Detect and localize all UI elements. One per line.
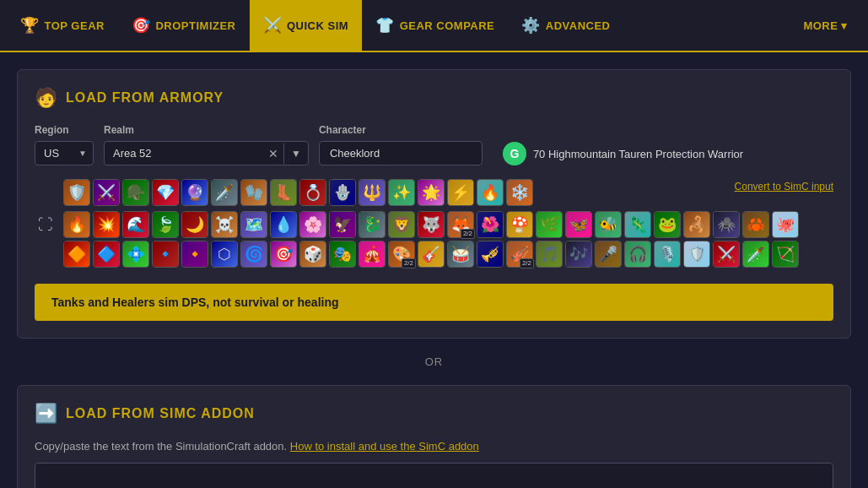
gear-item-63[interactable]: 🛡️ (683, 241, 710, 268)
armory-header: 🧑 LOAD FROM ARMORY (35, 87, 833, 109)
advanced-icon: ⚙️ (521, 16, 541, 35)
nav-top-gear[interactable]: 🏆 TOP GEAR (7, 0, 118, 51)
gear-item-55[interactable]: 🥁 (447, 241, 474, 268)
simc-title: LOAD FROM SIMC ADDON (66, 406, 255, 421)
gear-item-53[interactable]: 🎨2/2 (388, 241, 415, 268)
gear-item-13[interactable]: 🌟 (418, 179, 445, 206)
gear-item-52[interactable]: 🎪 (359, 241, 385, 268)
gear-item-60[interactable]: 🎤 (595, 241, 622, 268)
gear-expand-button[interactable]: ⛶ (35, 213, 57, 237)
gear-item-10[interactable]: 🪬 (329, 179, 356, 206)
realm-input[interactable] (105, 142, 263, 165)
gear-item-16[interactable]: ❄️ (506, 179, 533, 206)
gear-item-26[interactable]: 🦅 (329, 211, 356, 238)
gear-item-24[interactable]: 💧 (270, 211, 297, 238)
gear-item-47[interactable]: ⬡ (211, 241, 238, 268)
region-select[interactable]: US EU KR TW (35, 141, 94, 165)
gear-row-3: 🔶 🔷 💠 🔹 🔸 ⬡ 🌀 🎯 🎲 🎭 🎪 🎨2/2 🎸 🥁 🎺 🎻2 (63, 241, 833, 268)
region-label: Region (35, 124, 94, 136)
gear-row-1: 🛡️ ⚔️ 🪖 💎 🔮 🗡️ 🧤 👢 💍 🪬 🔱 ✨ 🌟 ⚡ (63, 179, 533, 206)
region-group: Region US EU KR TW ▼ (35, 124, 94, 165)
gear-item-46[interactable]: 🔸 (181, 241, 208, 268)
gear-item-59[interactable]: 🎶 (565, 241, 592, 268)
gear-item-7[interactable]: 🧤 (240, 179, 267, 206)
gear-item-61[interactable]: 🎧 (624, 241, 651, 268)
region-select-wrapper: US EU KR TW ▼ (35, 141, 94, 165)
character-info: G 70 Highmountain Tauren Protection Warr… (503, 142, 743, 165)
armory-title: LOAD FROM ARMORY (66, 90, 224, 106)
simc-install-link[interactable]: How to install and use the SimC addon (290, 440, 479, 453)
gear-item-25[interactable]: 🌸 (299, 211, 326, 238)
gear-item-2[interactable]: ⚔️ (93, 179, 120, 206)
gear-item-19[interactable]: 🌊 (122, 211, 149, 238)
gear-item-32[interactable]: 🍄 (506, 211, 533, 238)
nav-advanced[interactable]: ⚙️ ADVANCED (508, 0, 623, 51)
gear-item-5[interactable]: 🔮 (181, 179, 208, 206)
gear-item-15[interactable]: 🔥 (477, 179, 504, 206)
gear-item-38[interactable]: 🦂 (683, 211, 710, 238)
character-avatar: G (503, 142, 526, 165)
gear-item-4[interactable]: 💎 (152, 179, 179, 206)
gear-item-49[interactable]: 🎯 (270, 241, 297, 268)
gear-item-37[interactable]: 🐸 (654, 211, 681, 238)
gear-item-22[interactable]: ☠️ (211, 211, 238, 238)
or-label: OR (425, 355, 444, 368)
gear-item-43[interactable]: 🔷 (93, 241, 120, 268)
gear-item-27[interactable]: 🐉 (359, 211, 385, 238)
gear-item-6[interactable]: 🗡️ (211, 179, 238, 206)
gear-item-50[interactable]: 🎲 (299, 241, 326, 268)
gear-item-18[interactable]: 💥 (93, 211, 120, 238)
gear-item-48[interactable]: 🌀 (240, 241, 267, 268)
gear-item-28[interactable]: 🦁 (388, 211, 415, 238)
gear-item-40[interactable]: 🦀 (742, 211, 769, 238)
gear-item-58[interactable]: 🎵 (536, 241, 563, 268)
gear-item-41[interactable]: 🐙 (772, 211, 799, 238)
gear-item-65[interactable]: 🗡️ (742, 241, 769, 268)
gear-row-2: 🔥 💥 🌊 🍃 🌙 ☠️ 🗺️ 💧 🌸 🦅 🐉 🦁 🐺 🦊2/2 🌺 � (63, 211, 833, 238)
gear-item-57[interactable]: 🎻2/2 (506, 241, 533, 268)
simc-description-row: Copy/paste the text from the SimulationC… (35, 440, 833, 453)
gear-item-64[interactable]: ⚔️ (713, 241, 740, 268)
gear-item-34[interactable]: 🦋 (565, 211, 592, 238)
gear-item-33[interactable]: 🌿 (536, 211, 563, 238)
nav-gear-compare[interactable]: 👕 GEAR COMPARE (362, 0, 508, 51)
gear-item-45[interactable]: 🔹 (152, 241, 179, 268)
gear-item-9[interactable]: 💍 (299, 179, 326, 206)
realm-clear-button[interactable]: ✕ (263, 147, 283, 160)
gear-item-66[interactable]: 🏹 (772, 241, 799, 268)
gear-item-54[interactable]: 🎸 (418, 241, 445, 268)
nav-droptimizer[interactable]: 🎯 DROPTIMIZER (118, 0, 250, 51)
gear-item-31[interactable]: 🌺 (477, 211, 504, 238)
gear-item-29[interactable]: 🐺 (418, 211, 445, 238)
gear-item-14[interactable]: ⚡ (447, 179, 474, 206)
gear-item-3[interactable]: 🪖 (122, 179, 149, 206)
gear-item-56[interactable]: 🎺 (477, 241, 504, 268)
gear-item-23[interactable]: 🗺️ (240, 211, 267, 238)
character-input[interactable] (319, 141, 483, 165)
gear-item-11[interactable]: 🔱 (359, 179, 385, 206)
gear-item-8[interactable]: 👢 (270, 179, 297, 206)
simc-textarea[interactable] (35, 463, 833, 488)
realm-dropdown-button[interactable]: ▼ (284, 148, 308, 160)
gear-item-51[interactable]: 🎭 (329, 241, 356, 268)
or-divider: OR (17, 355, 851, 368)
gear-item-39[interactable]: 🕷️ (713, 211, 740, 238)
gear-item-12[interactable]: ✨ (388, 179, 415, 206)
nav-quick-sim[interactable]: ⚔️ QUICK SIM (250, 0, 363, 51)
gear-item-62[interactable]: 🎙️ (654, 241, 681, 268)
gear-item-44[interactable]: 💠 (122, 241, 149, 268)
armory-card: 🧑 LOAD FROM ARMORY Region US EU KR TW ▼ (17, 69, 851, 339)
gear-item-42[interactable]: 🔶 (63, 241, 90, 268)
gear-item-30[interactable]: 🦊2/2 (447, 211, 474, 238)
gear-item-17[interactable]: 🔥 (63, 211, 90, 238)
nav-more[interactable]: MORE ▾ (790, 0, 861, 51)
main-nav: 🏆 TOP GEAR 🎯 DROPTIMIZER ⚔️ QUICK SIM 👕 … (0, 0, 868, 52)
realm-label: Realm (104, 124, 309, 136)
gear-item-1[interactable]: 🛡️ (63, 179, 90, 206)
armory-icon: 🧑 (35, 87, 57, 109)
gear-item-35[interactable]: 🐝 (595, 211, 622, 238)
gear-item-20[interactable]: 🍃 (152, 211, 179, 238)
convert-simc-link[interactable]: Convert to SimC input (735, 179, 833, 192)
gear-item-36[interactable]: 🦎 (624, 211, 651, 238)
gear-item-21[interactable]: 🌙 (181, 211, 208, 238)
